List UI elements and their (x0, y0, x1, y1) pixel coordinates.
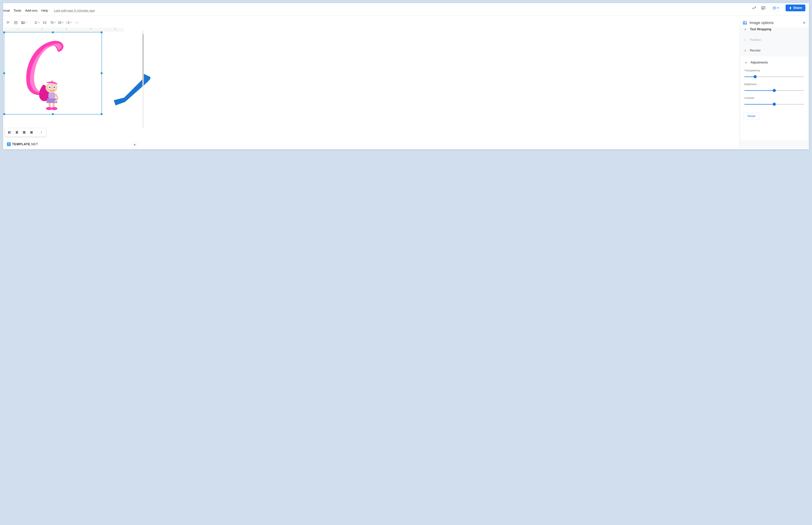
watermark: T TEMPLATE.NET (7, 142, 38, 146)
section-recolor[interactable]: Recolor (739, 45, 809, 56)
vertical-scrollbar[interactable] (142, 31, 144, 128)
explore-button[interactable] (132, 142, 138, 148)
section-label: Text Wrapping (750, 28, 771, 31)
adjustments-header[interactable]: Adjustments (743, 60, 805, 68)
menu-help[interactable]: Help (41, 9, 48, 13)
present-button[interactable]: ▾ (770, 5, 781, 11)
ruler-mark: 3 (66, 28, 67, 30)
handle-right[interactable] (101, 72, 103, 74)
transparency-label: Transparency (745, 69, 804, 72)
svg-point-26 (41, 132, 42, 133)
svg-point-5 (59, 21, 59, 22)
image-icon[interactable]: ▼ (21, 20, 27, 26)
ruler-mark: 4 (90, 28, 91, 30)
wrap-inline-icon[interactable] (6, 129, 13, 136)
align-icon[interactable]: ▼ (34, 20, 40, 26)
share-label: Share (793, 6, 802, 10)
wrap-front-icon[interactable] (28, 129, 35, 136)
slider-thumb[interactable] (773, 103, 776, 106)
brightness-label: Brightness (745, 82, 804, 86)
svg-point-6 (59, 22, 59, 23)
panel-title: Image options (750, 20, 800, 25)
contrast-slider[interactable] (745, 103, 804, 106)
menu-tools[interactable]: Tools (14, 9, 21, 13)
section-label: Recolor (750, 49, 761, 52)
svg-rect-24 (31, 132, 32, 133)
transparency-slider[interactable] (745, 76, 804, 78)
handle-bottom-left[interactable] (3, 113, 5, 115)
svg-point-11 (46, 82, 57, 93)
contrast-control: Contrast (743, 95, 805, 109)
menu-addons[interactable]: Add-ons (25, 9, 37, 13)
comments-icon[interactable] (761, 5, 766, 11)
svg-point-25 (41, 131, 42, 132)
ruler[interactable]: 1 2 3 4 5 (4, 28, 124, 31)
svg-rect-21 (8, 132, 10, 133)
svg-text:3: 3 (66, 23, 67, 24)
toolbar: ▼ ▼ ▼ ▼ 123▼ ⋯ ▾ (3, 18, 809, 27)
more-icon[interactable]: ⋯ (74, 20, 80, 26)
watermark-text: TEMPLATE.NET (12, 142, 38, 146)
svg-rect-16 (48, 92, 55, 99)
svg-rect-22 (16, 132, 18, 133)
ruler-mark: 1 (17, 28, 18, 30)
handle-bottom[interactable] (52, 113, 54, 115)
edit-status[interactable]: Last edit was 5 minutes ago (54, 9, 95, 13)
image-options-icon (742, 20, 747, 25)
menu-format[interactable]: rmat (3, 9, 10, 13)
selected-image[interactable] (13, 36, 72, 111)
insert-comment-icon[interactable] (13, 20, 19, 26)
svg-rect-0 (762, 6, 765, 9)
ruler-mark: 5 (115, 28, 116, 30)
ruler-mark: 2 (42, 28, 43, 30)
svg-point-20 (51, 107, 57, 110)
svg-rect-23 (24, 132, 25, 133)
adjustments-label: Adjustments (751, 61, 768, 64)
section-position[interactable]: Position (739, 35, 809, 45)
handle-left[interactable] (3, 72, 5, 74)
section-adjustments: Adjustments Transparency Brightness (740, 57, 808, 140)
transparency-control: Transparency (743, 68, 805, 81)
more-options-icon[interactable] (38, 129, 45, 136)
reset-button[interactable]: Reset (743, 112, 759, 120)
image-options-panel: Image options ✕ Text Wrapping Position R… (739, 18, 809, 149)
app-frame: rmat Tools Add-ons Help Last edit was 5 … (3, 3, 809, 149)
svg-rect-18 (52, 103, 55, 107)
bullet-list-icon[interactable]: ▼ (58, 20, 64, 26)
scrollbar-thumb[interactable] (142, 34, 144, 86)
slider-thumb[interactable] (773, 89, 776, 92)
svg-rect-17 (49, 103, 51, 107)
svg-point-27 (41, 133, 42, 134)
numbered-list-icon[interactable]: 123▼ (66, 20, 72, 26)
wrap-behind-icon[interactable] (21, 129, 27, 136)
contrast-label: Contrast (745, 96, 804, 99)
menu-bar: rmat Tools Add-ons Help Last edit was 5 … (3, 9, 95, 13)
wrap-break-icon[interactable] (14, 129, 20, 136)
handle-top-right[interactable] (101, 31, 103, 33)
share-button[interactable]: Share (785, 4, 806, 11)
panel-body: Text Wrapping Position Recolor Adjustmen… (739, 28, 809, 148)
svg-point-15 (54, 87, 55, 88)
toolbar-left: ▼ ▼ ▼ ▼ 123▼ ⋯ (5, 20, 80, 26)
close-panel-button[interactable]: ✕ (803, 21, 806, 25)
header-actions: ▾ Share (751, 4, 806, 11)
brightness-slider[interactable] (745, 89, 804, 92)
image-align-toolbar (5, 128, 46, 137)
slider-thumb[interactable] (754, 75, 757, 78)
svg-point-31 (744, 22, 745, 22)
activity-icon[interactable] (751, 5, 756, 11)
wrap-text-icon[interactable] (5, 20, 11, 26)
svg-point-13 (49, 87, 50, 88)
handle-top[interactable] (52, 31, 54, 33)
image-selection[interactable] (4, 32, 102, 114)
template-logo-icon: T (7, 142, 11, 146)
line-spacing-icon[interactable] (42, 20, 48, 26)
svg-point-7 (59, 23, 59, 24)
handle-top-left[interactable] (3, 31, 5, 33)
handle-bottom-right[interactable] (101, 113, 103, 115)
document-canvas[interactable] (4, 32, 124, 126)
checklist-icon[interactable]: ▼ (50, 20, 56, 26)
section-label: Position (750, 38, 761, 42)
panel-header: Image options ✕ (739, 18, 809, 28)
section-text-wrapping[interactable]: Text Wrapping (739, 28, 809, 35)
